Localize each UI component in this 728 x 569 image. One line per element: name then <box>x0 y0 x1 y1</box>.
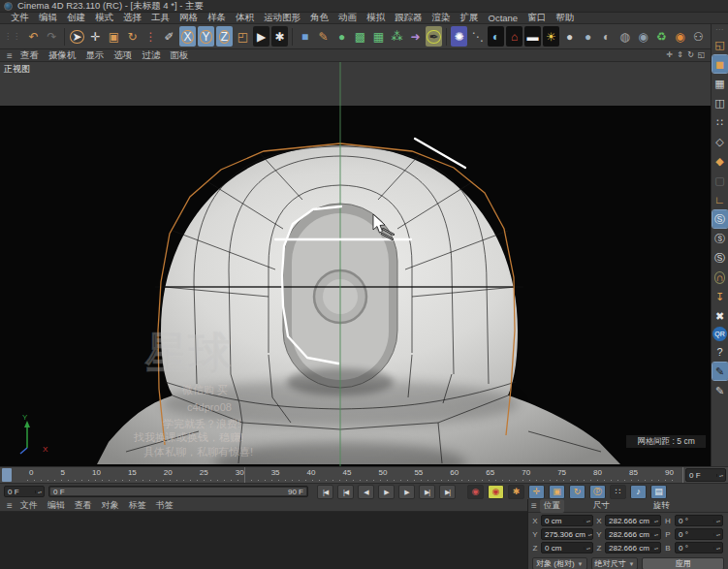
octane-camera-icon[interactable]: ⌂ <box>506 26 522 47</box>
octane-objects-icon[interactable]: ⋱ <box>469 26 486 47</box>
rotation-b-input[interactable]: 0 °▴▾ <box>675 542 723 553</box>
menu-item-7[interactable]: 样条 <box>203 12 231 24</box>
key-pla-icon[interactable]: ∷ <box>610 485 626 499</box>
object-manager-menu-item-2[interactable]: 查看 <box>70 499 97 512</box>
menu-item-3[interactable]: 模式 <box>90 12 118 24</box>
move-tool-icon[interactable]: ✛ <box>87 26 104 47</box>
sculpt-tool-icon[interactable]: ✐ <box>161 26 177 47</box>
object-manager-menu-item-3[interactable]: 对象 <box>97 499 124 512</box>
menu-item-10[interactable]: 角色 <box>305 12 333 24</box>
points-mode-icon[interactable]: ∷ <box>712 113 728 131</box>
menu-item-0[interactable]: 文件 <box>6 12 34 24</box>
position-mode-dropdown[interactable]: 对象 (相对)▼ <box>532 557 587 569</box>
palette-handle-icon[interactable]: ⋮⋮ <box>4 32 21 41</box>
workplane-snap-icon[interactable]: ↧ <box>712 288 728 305</box>
timeline-ruler[interactable]: 051015202530354045505560657075808590 0 F… <box>0 466 728 484</box>
object-manager-menu-item-5[interactable]: 书签 <box>151 499 178 512</box>
menu-item-13[interactable]: 跟踪器 <box>390 12 427 24</box>
menu-item-14[interactable]: 渲染 <box>427 12 456 24</box>
viewport-menu-item-1[interactable]: 摄像机 <box>44 49 81 62</box>
menu-item-11[interactable]: 动画 <box>333 12 362 24</box>
snap-magnet-icon[interactable]: ∩ <box>712 269 728 286</box>
autokey-icon[interactable]: ◉ <box>488 485 504 499</box>
material-mix-icon[interactable]: ◍ <box>617 26 633 47</box>
play-button[interactable]: ▶ <box>378 485 395 499</box>
workplane-mode-icon[interactable]: ◫ <box>712 94 728 111</box>
octane-helmet-icon[interactable]: ◉ <box>672 26 688 47</box>
texture-mode-icon[interactable]: ▦ <box>712 75 728 92</box>
pan-view-icon[interactable]: ✛ <box>665 50 674 61</box>
viewport-menu-item-3[interactable]: 选项 <box>109 49 137 62</box>
edges-mode-icon[interactable]: ◇ <box>712 133 728 150</box>
material-specular-icon[interactable]: ◐ <box>598 26 615 47</box>
menu-item-4[interactable]: 选择 <box>118 12 146 24</box>
viewport-menu-item-4[interactable]: 过滤 <box>137 49 165 62</box>
object-manager-menu-item-4[interactable]: 标签 <box>124 499 151 512</box>
timeline-playhead[interactable] <box>2 468 12 482</box>
octane-daylight-icon[interactable]: ☀ <box>543 26 559 47</box>
scale-tool-icon[interactable]: ▣ <box>106 26 122 47</box>
viewport-scene[interactable]: 星球 微信购 买 c4dpro08 学完就丢？浪费! 找我换课或换钱，稳赚! 具… <box>0 62 711 466</box>
spline-pen-icon[interactable]: ✎ <box>315 26 332 47</box>
prev-key-button[interactable]: |◀ <box>337 485 354 499</box>
viewport-menu-item-5[interactable]: 面板 <box>165 49 193 62</box>
rotation-p-input[interactable]: 0 °▴▾ <box>675 528 723 540</box>
enable-axis-icon[interactable]: ∟ <box>712 191 728 208</box>
viewport-solo-single-icon[interactable]: ⓢ <box>712 230 728 247</box>
render-settings-icon[interactable]: ✱ <box>271 26 288 47</box>
last-tools-icon[interactable]: ⋮ <box>142 26 159 47</box>
object-manager-menu-icon[interactable]: ≡ <box>4 500 16 511</box>
position-x-input[interactable]: 0 cm▴▾ <box>541 515 593 526</box>
octane-live-viewer-icon[interactable]: ◐ <box>488 26 504 47</box>
redo-icon[interactable]: ↷ <box>44 26 60 47</box>
current-frame-field[interactable]: 0 F▴▾ <box>685 468 726 482</box>
volume-builder-icon[interactable]: ⁂ <box>389 26 405 47</box>
viewport-menu-item-0[interactable]: 查看 <box>16 49 44 62</box>
next-key-button[interactable]: ▶| <box>419 485 435 499</box>
rotation-h-input[interactable]: 0 °▴▾ <box>675 515 723 526</box>
goto-end-button[interactable]: ▶| <box>439 485 456 499</box>
menu-item-16[interactable]: Octane <box>484 13 523 23</box>
polygons-mode-icon[interactable]: ◆ <box>712 152 728 170</box>
toggle-panel-icon[interactable]: ◱ <box>697 50 706 61</box>
size-mode-dropdown[interactable]: 绝对尺寸▼ <box>591 557 639 569</box>
menu-item-2[interactable]: 创建 <box>62 12 90 24</box>
knife-tool-icon[interactable]: ✎ <box>712 363 728 380</box>
render-view-icon[interactable]: ▶ <box>253 26 269 47</box>
view-label[interactable]: 正视图 <box>3 64 30 74</box>
coordinates-menu-icon[interactable]: ≡ <box>528 500 540 511</box>
material-glossy-icon[interactable]: ● <box>580 26 596 47</box>
rotate-tool-icon[interactable]: ↻ <box>124 26 141 47</box>
object-manager-body[interactable] <box>0 512 527 569</box>
key-parameter-icon[interactable]: Ⓟ <box>589 485 606 499</box>
zoom-view-icon[interactable]: ⇕ <box>676 50 684 61</box>
axis-lock-z-button[interactable]: Z <box>216 26 233 47</box>
goto-start-button[interactable]: |◀ <box>317 485 333 499</box>
menu-item-6[interactable]: 网格 <box>174 12 203 24</box>
menu-item-1[interactable]: 编辑 <box>34 12 62 24</box>
position-z-input[interactable]: 0 cm▴▾ <box>541 542 593 553</box>
octane-recycle-icon[interactable]: ♻ <box>653 26 670 47</box>
object-manager-menu-item-1[interactable]: 编辑 <box>43 499 70 512</box>
viewport-canvas[interactable]: 星球 微信购 买 c4dpro08 学完就丢？浪费! 找我换课或换钱，稳赚! 具… <box>0 62 711 466</box>
field-object-icon[interactable]: ➜ <box>407 26 424 47</box>
menu-item-17[interactable]: 窗口 <box>522 12 551 24</box>
active-brush-tool-icon[interactable]: ✒ <box>426 26 442 47</box>
menu-item-15[interactable]: 扩展 <box>456 12 484 24</box>
menu-item-12[interactable]: 模拟 <box>362 12 390 24</box>
make-preview-icon[interactable]: ▤ <box>650 485 667 499</box>
material-diffuse-icon[interactable]: ● <box>561 26 578 47</box>
size-x-input[interactable]: 282.666 cm▴▾ <box>605 515 661 526</box>
axis-lock-y-button[interactable]: Y <box>198 26 214 47</box>
make-editable-icon[interactable]: ◱ <box>712 36 728 53</box>
knife-bevel-icon[interactable]: ✎ <box>712 382 728 399</box>
menu-item-18[interactable]: 帮助 <box>551 12 579 24</box>
key-scale-icon[interactable]: ▣ <box>549 485 565 499</box>
rotate-view-icon[interactable]: ↻ <box>686 50 695 61</box>
apply-button[interactable]: 应用 <box>642 557 724 569</box>
undo-icon[interactable]: ↶ <box>25 26 42 47</box>
axis-lock-x-button[interactable]: X <box>179 26 196 47</box>
model-mode-icon[interactable]: ◼ <box>712 55 728 73</box>
range-start-field[interactable]: 0 F▴▾ <box>4 486 45 497</box>
modeling-settings-icon[interactable]: ? <box>712 343 728 361</box>
